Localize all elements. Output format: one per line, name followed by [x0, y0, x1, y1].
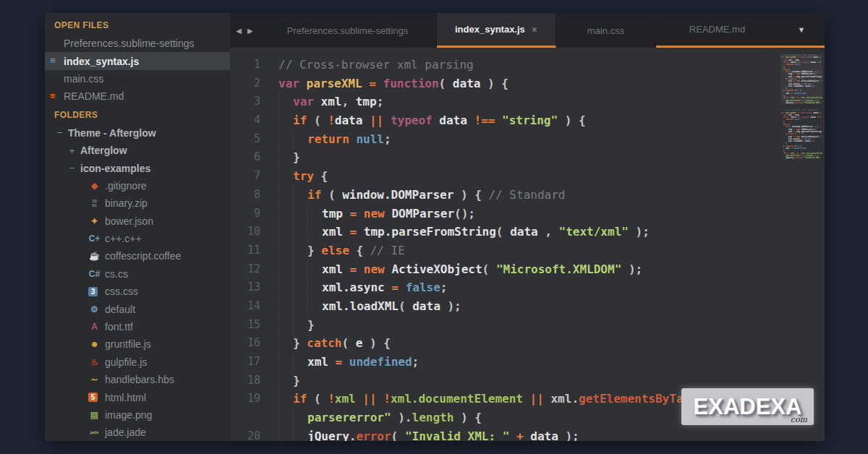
- indent-guide: [278, 186, 293, 205]
- tab-scroll-arrows: ◀ ▶: [230, 13, 259, 48]
- binary-icon: 10 01: [88, 198, 101, 209]
- tab-index_syntax.js[interactable]: index_syntax.js×: [437, 13, 556, 48]
- minimap[interactable]: // Cross-browser xml parsingvar parseXML…: [780, 54, 822, 160]
- open-file-label: Preferences.sublime-settings: [64, 38, 195, 49]
- file-default[interactable]: ⚙default: [45, 300, 230, 317]
- file-handlebars.hbs[interactable]: ∼handlebars.hbs: [45, 371, 230, 388]
- line-number: 1: [230, 56, 260, 74]
- tab-next-icon[interactable]: ▶: [247, 27, 253, 35]
- file-jade.jade[interactable]: jadejade.jade: [45, 424, 230, 441]
- chevron-down-icon: ▼: [798, 25, 806, 34]
- tab-close-icon[interactable]: ×: [532, 24, 537, 35]
- line-number: 6: [230, 148, 260, 167]
- indent-guide: [278, 167, 293, 186]
- minimap-block: // Cross-browser xml parsingvar parseXML…: [780, 109, 822, 159]
- file-font.ttf[interactable]: Afont.ttf: [45, 318, 230, 335]
- line-number: [230, 408, 260, 427]
- tab-prev-icon[interactable]: ◀: [236, 27, 242, 35]
- code-editor[interactable]: 1// Cross-browser xml parsing2var parseX…: [230, 48, 825, 441]
- code-line[interactable]: 9tmp = new DOMParser();: [230, 205, 825, 223]
- file-image.png[interactable]: ▤image.png: [45, 406, 230, 424]
- code-text: return null;: [307, 130, 391, 149]
- indent-guide: [278, 260, 293, 279]
- code-text: tmp = new DOMParser();: [322, 205, 475, 223]
- file-lines-icon: ≡: [50, 90, 56, 101]
- indent-guide: [278, 408, 293, 427]
- code-text: if ( window.DOMParser ) { // Standard: [307, 186, 565, 205]
- code-line[interactable]: 12xml = new ActiveXObject( "Microsoft.XM…: [230, 260, 825, 279]
- file-label: bower.json: [105, 215, 153, 227]
- file-gulpfile.js[interactable]: ♨gulpfile.js: [45, 354, 230, 371]
- folder-icon-examples[interactable]: −icon-examples: [45, 159, 230, 176]
- file-label: binary.zip: [105, 197, 148, 209]
- code-line[interactable]: 13xml.async = false;: [230, 278, 825, 297]
- file-gruntfile.js[interactable]: ☻gruntfile.js: [45, 335, 230, 353]
- code-line[interactable]: 20jQuery.error( "Invalid XML: " + data )…: [230, 427, 825, 441]
- code-line[interactable]: 6}: [230, 148, 825, 167]
- file-coffescript.coffee[interactable]: ☕coffescript.coffee: [45, 247, 230, 265]
- tab-README.md[interactable]: README.md: [656, 13, 778, 46]
- line-number: 12: [230, 260, 260, 279]
- code-line[interactable]: 1// Cross-browser xml parsing: [230, 56, 825, 74]
- code-line[interactable]: 11} else { // IE: [230, 241, 825, 260]
- line-number: 5: [230, 130, 260, 149]
- open-file-README.md[interactable]: ≡README.md: [45, 87, 230, 105]
- indent-guide: [293, 241, 307, 260]
- folder-expander-icon[interactable]: −: [67, 163, 77, 174]
- code-line[interactable]: 17xml = undefined;: [230, 353, 825, 372]
- tab-list-dropdown[interactable]: ▼: [778, 13, 825, 46]
- code-line[interactable]: 7try {: [230, 167, 825, 186]
- code-line[interactable]: 2var parseXML = function( data ) {: [230, 74, 825, 93]
- file-html.html[interactable]: 5html.html: [45, 388, 230, 406]
- file-lines-icon: ≡: [50, 55, 56, 66]
- line-number: 13: [230, 278, 260, 297]
- gear-icon: ⚙: [88, 304, 101, 314]
- folder-Afterglow[interactable]: +Afterglow: [45, 142, 230, 159]
- file-bower.json[interactable]: ✦bower.json: [45, 213, 230, 230]
- open-file-index_syntax.js[interactable]: ≡index_syntax.js: [45, 52, 230, 69]
- file-c++.c++[interactable]: C+c++.c++: [45, 230, 230, 247]
- indent-guide: [307, 223, 322, 241]
- indent-guide: [278, 278, 293, 297]
- indent-guide: [307, 260, 322, 279]
- file-cs.cs[interactable]: C#cs.cs: [45, 265, 230, 283]
- watermark-text: EXADEXA: [694, 394, 802, 420]
- indent-guide: [307, 297, 322, 316]
- tab-Preferences.sublime-settings[interactable]: Preferences.sublime-settings: [259, 13, 437, 48]
- tab-right-group: README.md▼: [656, 13, 825, 48]
- code-line[interactable]: 15}: [230, 316, 825, 335]
- code-line[interactable]: 14xml.loadXML( data );: [230, 297, 825, 316]
- code-line[interactable]: 10xml = tmp.parseFromString( data , "tex…: [230, 223, 825, 241]
- folder-Theme - Afterglow[interactable]: −Theme - Afterglow: [45, 124, 230, 142]
- folder-expander-icon[interactable]: +: [67, 145, 77, 156]
- code-text: jQuery.error( "Invalid XML: " + data );: [780, 156, 822, 159]
- indent-guide: [278, 130, 293, 149]
- file-.gitignore[interactable]: ◆.gitignore: [45, 177, 230, 194]
- code-line[interactable]: 16} catch( e ) {: [230, 334, 825, 353]
- folder-label: icon-examples: [80, 163, 150, 174]
- grunt-icon: ☻: [88, 339, 101, 350]
- code-line[interactable]: 18}: [230, 372, 825, 390]
- tabs-container: Preferences.sublime-settingsindex_syntax…: [259, 13, 825, 48]
- indent-guide: [307, 205, 322, 223]
- indent-guide: [293, 223, 307, 241]
- file-css.css[interactable]: 3css.css: [45, 283, 230, 300]
- folders-header: FOLDERS: [45, 106, 230, 124]
- code-lines: 1// Cross-browser xml parsing2var parseX…: [230, 56, 825, 441]
- file-label: css.css: [105, 286, 138, 297]
- code-line[interactable]: 5return null;: [230, 130, 825, 149]
- file-binary.zip[interactable]: 10 01binary.zip: [45, 194, 230, 212]
- line-number: 10: [230, 223, 260, 241]
- code-text: parsererror" ).length ) {: [307, 408, 482, 427]
- code-text: }: [293, 148, 300, 167]
- indent-guide: [293, 205, 307, 223]
- tab-main.css[interactable]: main.css: [556, 13, 656, 48]
- code-line[interactable]: 3var xml, tmp;: [230, 93, 825, 111]
- code-line[interactable]: 4if ( !data || typeof data !== "string" …: [230, 111, 825, 130]
- folder-expander-icon[interactable]: −: [55, 127, 64, 138]
- open-files-list: Preferences.sublime-settings≡index_synta…: [45, 35, 230, 106]
- code-line[interactable]: 8if ( window.DOMParser ) { // Standard: [230, 186, 825, 205]
- open-file-main.css[interactable]: main.css: [45, 70, 230, 87]
- open-file-Preferences.sublime-settings[interactable]: Preferences.sublime-settings: [45, 35, 230, 52]
- folder-label: Theme - Afterglow: [68, 127, 156, 139]
